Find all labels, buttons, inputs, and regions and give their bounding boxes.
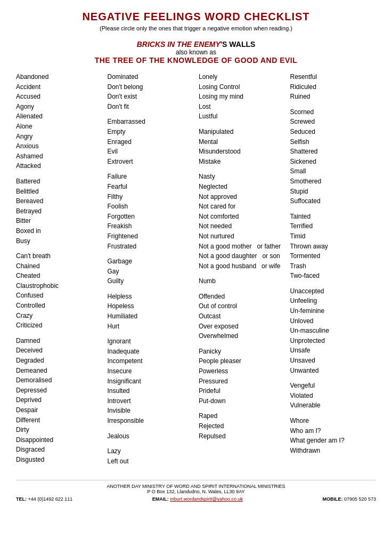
word-item: Busy [16, 236, 102, 246]
word-group: EmbarrassedEmptyEnragedEvilExtrovert [108, 117, 194, 166]
word-group: OffendedOut of controlOutcastOver expose… [199, 292, 285, 341]
word-item: Scorned [290, 107, 377, 117]
word-item: Hopeless [108, 301, 194, 311]
word-item: Lazy [108, 446, 194, 456]
word-item: Not comforted [199, 212, 285, 222]
word-group: GarbageGayGuilty [108, 256, 194, 286]
word-item: Mental [199, 137, 285, 147]
word-item: Ignorant [108, 336, 194, 347]
word-item: Losing Control [199, 82, 285, 92]
word-group: Numb [199, 276, 285, 286]
word-item: Insecure [108, 366, 194, 376]
word-item: Garbage [108, 256, 194, 267]
word-item: Shattered [290, 147, 377, 157]
word-item: Losing my mind [199, 92, 285, 102]
word-item: Resentful [290, 72, 377, 82]
word-item: Empty [108, 127, 194, 137]
footer-contact: TEL: +44 (0)1492 622 111 EMAIL: mburt.wo… [16, 496, 376, 502]
word-item: Embarrassed [108, 117, 194, 127]
word-item: What gender am I? [290, 436, 377, 446]
word-item: Whore [290, 416, 377, 426]
word-item: Insulted [108, 386, 194, 396]
word-item: Incompetent [108, 356, 194, 366]
word-item: Betrayed [16, 206, 102, 216]
word-group: NastyNeglectedNot approvedNot cared forN… [199, 172, 285, 271]
word-item: Vulnerable [290, 400, 377, 411]
word-item: Not cared for [199, 202, 285, 212]
word-item: Tainted [290, 212, 377, 222]
mobile: MOBILE: 07905 520 573 [322, 496, 376, 502]
word-item: Outcast [199, 311, 285, 322]
word-item: Accused [16, 92, 102, 102]
word-item: Lustful [199, 111, 285, 122]
word-item: Not a good mother or father [199, 242, 285, 252]
word-item: Irresponsible [108, 416, 194, 426]
word-item: Enraged [108, 137, 194, 147]
word-item: Vengeful [290, 381, 377, 391]
word-item: Un-masculine [290, 326, 377, 336]
word-item: Frightened [108, 231, 194, 242]
column-4: ResentfulRidiculedRuinedScornedScrewedSe… [290, 72, 377, 471]
word-item: Bereaved [16, 196, 102, 206]
word-item: People pleaser [199, 356, 285, 366]
word-item: Don't fit [108, 102, 194, 112]
word-item: Out of control [199, 301, 285, 311]
word-item: Smothered [290, 176, 377, 187]
word-item: Demoralised [16, 375, 102, 386]
word-item: Forgotten [108, 212, 194, 222]
word-item: Crazy [16, 311, 102, 321]
word-item: Gay [108, 267, 194, 277]
word-item: Rejected [199, 421, 285, 431]
word-item: Dominated [108, 72, 194, 82]
word-item: Not nurtured [199, 231, 285, 242]
word-item: Disgraced [16, 445, 102, 455]
word-item: Ashamed [16, 151, 102, 162]
word-group: TaintedTerrifiedTimidThrown awayTormente… [290, 212, 377, 281]
word-item: Introvert [108, 396, 194, 406]
word-item: Inadequate [108, 347, 194, 357]
word-item: Deprived [16, 395, 102, 405]
word-group: AbandonedAccidentAccusedAgonyAlienatedAl… [16, 72, 102, 171]
column-1: AbandonedAccidentAccusedAgonyAlienatedAl… [16, 72, 102, 471]
word-group: BatteredBelittledBereavedBetrayedBitterB… [16, 176, 102, 246]
bricks-rest: 'S WALLS [220, 40, 256, 49]
word-item: Cheated [16, 271, 102, 281]
word-item: Prideful [199, 386, 285, 396]
word-item: Tormented [290, 251, 377, 261]
word-item: Anxious [16, 141, 102, 151]
word-item: Trash [290, 261, 377, 271]
word-item: Demeaned [16, 366, 102, 376]
word-item: Attacked [16, 161, 102, 171]
word-group: LazyLeft out [108, 446, 194, 466]
word-item: Damned [16, 336, 102, 346]
word-item: Invisible [108, 406, 194, 416]
word-item: Alone [16, 122, 102, 132]
word-item: Who am I? [290, 426, 377, 436]
word-item: Overwhelmed [199, 331, 285, 341]
word-item: Lonely [199, 72, 285, 82]
word-group: Jealous [108, 431, 194, 441]
word-group: RapedRejectedRepulsed [199, 411, 285, 441]
word-item: Controlled [16, 301, 102, 311]
word-item: Failure [108, 172, 194, 182]
word-item: Pressured [199, 376, 285, 387]
word-item: Two-faced [290, 271, 377, 281]
word-item: Chained [16, 261, 102, 271]
word-item: Can't breath [16, 251, 102, 261]
word-item: Not a good daughter or son [199, 251, 285, 261]
word-item: Don't belong [108, 82, 194, 92]
email: EMAIL: mburt.wordandspirit@yahoo.co.uk [152, 496, 243, 502]
word-item: Freakish [108, 221, 194, 231]
word-group: FailureFearfulFilthyFoolishForgottenFrea… [108, 172, 194, 251]
word-item: Belittled [16, 187, 102, 197]
word-item: Hurt [108, 322, 194, 332]
word-item: Despair [16, 405, 102, 415]
word-item: Left out [108, 456, 194, 467]
column-3: LonelyLosing ControlLosing my mindLostLu… [199, 72, 285, 471]
word-item: Terrified [290, 221, 377, 231]
word-group: ScornedScrewedSeducedSelfishShatteredSic… [290, 107, 377, 206]
word-item: Unwanted [290, 366, 377, 376]
word-group: VengefulViolatedVulnerable [290, 381, 377, 411]
word-item: Confused [16, 291, 102, 301]
word-item: Panicky [199, 347, 285, 357]
